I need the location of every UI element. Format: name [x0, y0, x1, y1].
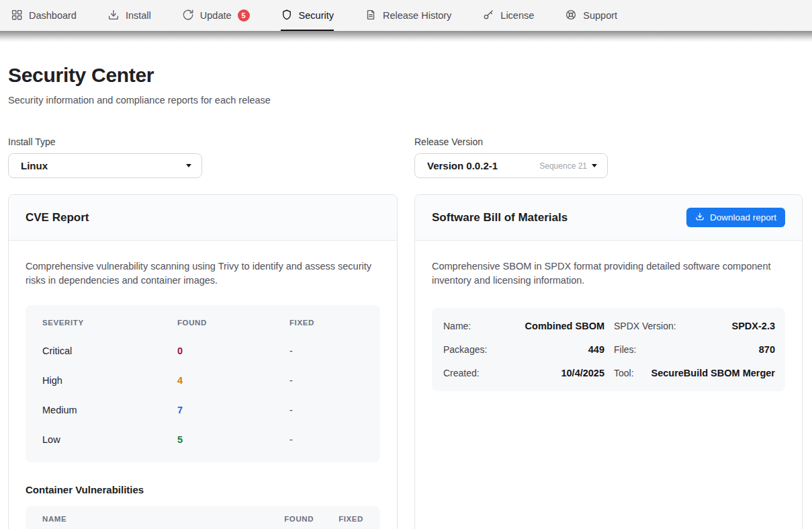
nav-label: Dashboard: [29, 10, 77, 21]
license-key-icon: [482, 9, 494, 23]
nav-label: Install: [126, 10, 151, 21]
cve-report-card: CVE Report Comprehensive vulnerability s…: [8, 194, 398, 529]
page-title: Security Center: [8, 64, 803, 87]
cve-card-title: CVE Report: [26, 211, 89, 225]
nav-label: Security: [299, 10, 334, 21]
top-navbar: Dashboard Install Update 5 Security Rele…: [0, 0, 812, 31]
nav-tab-release-history[interactable]: Release History: [365, 0, 451, 31]
found-count: 7: [177, 405, 289, 415]
release-history-document-icon: [365, 9, 377, 23]
field-label: SPDX Version:: [614, 321, 676, 331]
sequence-hint: Sequence 21: [539, 161, 587, 171]
name-col-header: NAME: [42, 515, 284, 523]
download-report-button[interactable]: Download report: [686, 208, 785, 227]
nav-shadow-divider: [0, 31, 812, 42]
sbom-field-name: Name: Combined SBOM: [443, 321, 604, 331]
chevron-down-icon: [592, 164, 597, 167]
fixed-count: -: [289, 405, 363, 415]
sbom-field-packages: Packages: 449: [443, 344, 604, 355]
support-lifebuoy-icon: [565, 9, 577, 23]
nav-tab-security[interactable]: Security: [281, 0, 334, 31]
release-version-field: Release Version Version 0.0.2-1 Sequence…: [414, 136, 803, 178]
install-type-value: Linux: [21, 160, 48, 171]
cards-row: CVE Report Comprehensive vulnerability s…: [8, 194, 803, 529]
update-refresh-icon: [182, 9, 194, 23]
chevron-down-icon: [186, 164, 191, 167]
found-col-header: FOUND: [284, 515, 314, 523]
table-row: Medium 7 -: [42, 395, 363, 425]
nav-tab-dashboard[interactable]: Dashboard: [11, 0, 77, 31]
field-value: 870: [759, 344, 775, 355]
fixed-col-header: FIXED: [339, 515, 363, 523]
sbom-description: Comprehensive SBOM in SPDX format provid…: [432, 259, 785, 288]
severity-name: Medium: [42, 405, 177, 415]
cve-card-body: Comprehensive vulnerability scanning usi…: [9, 241, 397, 529]
severity-name: Low: [42, 434, 177, 445]
sbom-info-grid: Name: Combined SBOM SPDX Version: SPDX-2…: [432, 308, 785, 391]
download-button-label: Download report: [710, 212, 776, 222]
fixed-count: -: [289, 434, 363, 445]
install-type-label: Install Type: [8, 136, 398, 147]
release-version-label: Release Version: [414, 136, 803, 147]
container-table-header: NAME FOUND FIXED: [26, 506, 380, 529]
table-row: High 4 -: [42, 366, 363, 395]
sbom-field-tool: Tool: SecureBuild SBOM Merger: [614, 368, 775, 378]
field-value: SecureBuild SBOM Merger: [651, 368, 775, 378]
update-count-badge: 5: [238, 9, 250, 22]
field-value: SPDX-2.3: [732, 321, 775, 331]
severity-table-header: SEVERITY FOUND FIXED: [42, 319, 363, 327]
severity-name: High: [42, 375, 177, 386]
sbom-field-files: Files: 870: [614, 344, 775, 355]
install-type-select[interactable]: Linux: [8, 153, 202, 178]
sbom-card-header: Software Bill of Materials Download repo…: [415, 195, 802, 241]
dashboard-grid-icon: [11, 9, 23, 23]
table-row: Low 5 -: [42, 425, 363, 454]
nav-label: Update: [200, 10, 232, 21]
field-label: Tool:: [614, 368, 634, 378]
found-col-header: FOUND: [177, 319, 289, 327]
fixed-count: -: [289, 375, 363, 386]
nav-tab-support[interactable]: Support: [565, 0, 617, 31]
sbom-card-title: Software Bill of Materials: [432, 211, 568, 225]
sbom-field-created: Created: 10/4/2025: [443, 368, 604, 378]
field-label: Created:: [443, 368, 480, 378]
field-value: Combined SBOM: [525, 321, 604, 331]
install-download-icon: [107, 9, 120, 23]
sbom-field-spdx-version: SPDX Version: SPDX-2.3: [614, 321, 775, 331]
field-label: Files:: [614, 344, 636, 355]
release-version-value: Version 0.0.2-1: [427, 160, 498, 171]
page-subtitle: Security information and compliance repo…: [8, 95, 803, 106]
fixed-col-header: FIXED: [289, 319, 363, 327]
install-type-field: Install Type Linux: [8, 136, 398, 178]
severity-col-header: SEVERITY: [42, 319, 177, 327]
sbom-card: Software Bill of Materials Download repo…: [414, 194, 803, 529]
found-count: 5: [177, 434, 289, 445]
nav-tab-install[interactable]: Install: [107, 0, 151, 31]
found-count: 4: [177, 375, 289, 386]
field-label: Name:: [443, 321, 471, 331]
severity-table: SEVERITY FOUND FIXED Critical 0 - High 4…: [26, 305, 380, 462]
fixed-count: -: [289, 345, 363, 356]
release-version-select[interactable]: Version 0.0.2-1 Sequence 21: [414, 153, 608, 178]
cve-card-header: CVE Report: [9, 195, 397, 241]
field-label: Packages:: [443, 344, 487, 355]
nav-label: Support: [583, 10, 617, 21]
sbom-card-body: Comprehensive SBOM in SPDX format provid…: [415, 241, 802, 391]
nav-tab-update[interactable]: Update 5: [182, 0, 250, 31]
cve-description: Comprehensive vulnerability scanning usi…: [26, 259, 380, 288]
security-center-page: Security Center Security information and…: [0, 64, 812, 529]
field-value: 449: [588, 344, 604, 355]
release-version-sequence: Sequence 21: [539, 161, 597, 171]
found-count: 0: [177, 345, 289, 356]
container-vulnerabilities-title: Container Vulnerabilities: [26, 484, 380, 495]
severity-name: Critical: [42, 345, 177, 356]
nav-label: Release History: [383, 10, 451, 21]
security-shield-icon: [281, 9, 293, 23]
download-icon: [695, 212, 705, 223]
field-value: 10/4/2025: [561, 368, 604, 378]
nav-label: License: [500, 10, 534, 21]
nav-tab-license[interactable]: License: [482, 0, 534, 31]
filters-row: Install Type Linux Release Version Versi…: [8, 136, 803, 178]
table-row: Critical 0 -: [42, 336, 363, 366]
